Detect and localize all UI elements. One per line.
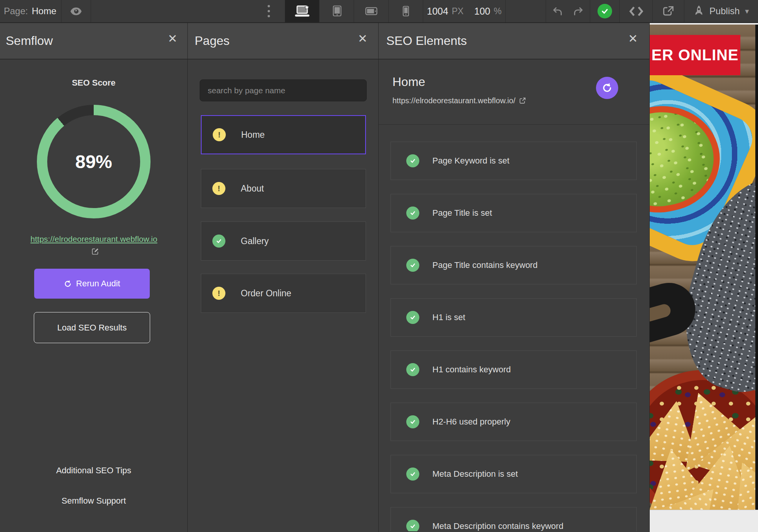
canvas-width-unit: PX	[452, 6, 463, 17]
page-item-home[interactable]: ! Home	[201, 115, 366, 154]
seo-elements-panel-header: SEO Elements ✕	[379, 23, 649, 59]
semflow-panel: Semflow ✕ SEO Score 89% https://elrodeor…	[0, 23, 188, 532]
preview-toggle-button[interactable]	[61, 0, 91, 22]
seo-check-row: Page Title is set	[391, 194, 637, 232]
check-icon	[406, 154, 419, 167]
seo-elements-close-button[interactable]: ✕	[628, 33, 638, 45]
seo-check-label: Page Title is set	[432, 208, 492, 218]
seo-check-row: H1 contains keyword	[391, 350, 637, 389]
load-seo-results-label: Load SEO Results	[57, 323, 127, 332]
seo-elements-panel: SEO Elements ✕ Home https://elrodeoresta…	[379, 23, 650, 532]
seo-check-label: Page Title contains keyword	[432, 260, 538, 270]
canvas-settings-menu-button[interactable]	[252, 0, 285, 22]
saved-status-button[interactable]	[590, 0, 620, 22]
external-link-icon	[519, 97, 526, 104]
close-icon: ✕	[168, 32, 177, 45]
page-item-order-online[interactable]: ! Order Online	[201, 274, 366, 313]
webflow-designer: Page: Home	[0, 0, 758, 532]
refresh-seo-elements-button[interactable]	[596, 77, 618, 99]
page-item-gallery[interactable]: Gallery	[201, 221, 366, 261]
site-canvas-preview: ER ONLINE	[650, 23, 758, 532]
load-seo-results-button[interactable]: Load SEO Results	[34, 312, 150, 343]
publish-label: Publish	[710, 6, 740, 17]
page-selector-label: Page:	[4, 6, 28, 17]
close-icon: ✕	[358, 32, 367, 45]
check-icon	[406, 363, 419, 376]
seo-page-url-link[interactable]: https://elrodeorestaurant.webflow.io/	[392, 96, 526, 105]
designer-topbar: Page: Home	[0, 0, 758, 23]
breakpoint-desktop-button[interactable]	[285, 0, 319, 22]
page-item-label: Order Online	[241, 288, 291, 299]
seo-check-row: Page Title contains keyword	[391, 246, 637, 284]
seo-score-ring: 89%	[37, 105, 151, 218]
publish-button[interactable]: Publish ▾	[684, 0, 758, 22]
warning-icon: !	[212, 182, 225, 195]
eye-icon	[70, 7, 82, 16]
refresh-icon	[602, 83, 612, 93]
page-item-label: Gallery	[241, 236, 269, 246]
edit-icon	[91, 248, 99, 255]
rocket-icon	[693, 5, 704, 17]
site-section-below-hero	[650, 510, 758, 532]
pages-panel-header: Pages ✕	[188, 23, 378, 59]
seo-check-row: Page Keyword is set	[391, 142, 637, 180]
pages-close-button[interactable]: ✕	[358, 33, 367, 45]
seo-check-label: Meta Description contains keyword	[432, 521, 563, 531]
order-online-banner-text: ER ONLINE	[652, 46, 739, 64]
canvas-dimensions[interactable]: 1004 PX 100 %	[423, 0, 506, 22]
page-selector[interactable]: Page: Home	[0, 0, 61, 22]
export-code-button[interactable]	[620, 0, 653, 22]
redo-button[interactable]	[573, 7, 583, 16]
rerun-audit-label: Rerun Audit	[76, 279, 120, 289]
page-item-about[interactable]: ! About	[201, 169, 366, 208]
seo-check-row: Meta Description is set	[391, 455, 637, 493]
order-online-banner[interactable]: ER ONLINE	[650, 35, 740, 75]
seo-elements-panel-body: Home https://elrodeorestaurant.webflow.i…	[379, 59, 649, 531]
semflow-panel-title: Semflow	[6, 34, 53, 48]
breakpoint-mobile-button[interactable]	[389, 0, 423, 22]
tablet-icon	[331, 5, 343, 17]
history-controls	[546, 0, 590, 22]
check-icon	[406, 520, 419, 531]
share-icon	[662, 5, 674, 17]
chevron-down-icon: ▾	[745, 7, 749, 16]
breakpoint-tablet-landscape-button[interactable]	[354, 0, 389, 22]
canvas-width-value: 1004	[427, 6, 449, 17]
site-url-link[interactable]: https://elrodeorestaurant.webflow.io	[30, 233, 158, 257]
additional-seo-tips-link[interactable]: Additional SEO Tips	[0, 466, 187, 476]
topbar-spacer	[91, 0, 252, 22]
seo-check-label: Page Keyword is set	[432, 156, 510, 166]
warning-icon: !	[212, 287, 225, 300]
seo-check-label: H1 is set	[432, 312, 465, 322]
check-icon	[406, 468, 419, 481]
pages-panel: Pages ✕ ! Home ! About Gallery ! Order O…	[188, 23, 379, 532]
mobile-icon	[400, 6, 412, 17]
canvas-right-edge	[755, 25, 758, 510]
semflow-close-button[interactable]: ✕	[168, 33, 177, 45]
refresh-icon	[64, 280, 72, 288]
pages-panel-title: Pages	[195, 34, 230, 48]
semflow-support-link[interactable]: Semflow Support	[0, 496, 187, 506]
seo-check-row: Meta Description contains keyword	[391, 507, 637, 531]
check-icon	[406, 259, 419, 272]
warning-icon: !	[213, 128, 226, 141]
undo-button[interactable]	[553, 7, 563, 16]
close-icon: ✕	[628, 32, 638, 45]
tablet-landscape-icon	[365, 7, 377, 16]
desktop-star-icon	[294, 5, 310, 17]
page-item-label: Home	[241, 130, 265, 140]
check-icon	[212, 235, 225, 248]
rerun-audit-button[interactable]: Rerun Audit	[34, 269, 150, 299]
seo-check-row: H1 is set	[391, 298, 637, 337]
page-search-input[interactable]	[200, 79, 367, 101]
kebab-menu-icon	[268, 5, 270, 17]
semflow-panel-body: SEO Score 89% https://elrodeorestaurant.…	[0, 59, 187, 531]
seo-elements-panel-title: SEO Elements	[386, 34, 467, 48]
seo-page-name: Home	[392, 75, 425, 89]
code-brackets-icon	[629, 6, 643, 17]
seo-score-label: SEO Score	[0, 78, 187, 88]
check-icon	[406, 311, 419, 324]
share-button[interactable]	[653, 0, 684, 22]
breakpoint-tablet-button[interactable]	[319, 0, 354, 22]
check-icon	[406, 415, 419, 428]
